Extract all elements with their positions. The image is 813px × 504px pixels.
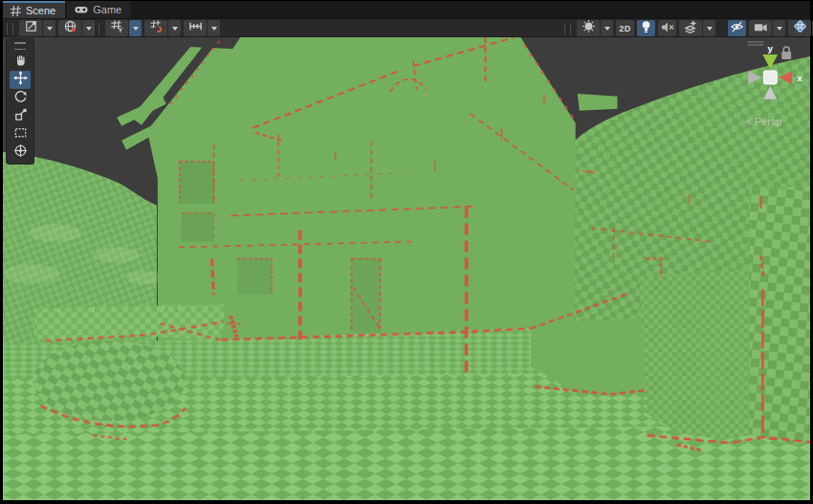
grid-snap-overlay: Y <box>93 20 220 36</box>
scene-toolbar: Y <box>3 18 810 37</box>
hand-tool-icon <box>13 53 28 71</box>
orientation-global-button[interactable] <box>58 20 81 36</box>
gizmos-sphere-icon <box>793 19 807 37</box>
svg-text:Y: Y <box>118 27 122 33</box>
tool-transform[interactable] <box>10 143 31 162</box>
gamepad-icon <box>75 5 88 14</box>
overlay-drag-handle[interactable] <box>7 23 13 34</box>
chevron-down-icon <box>604 27 610 31</box>
chevron-down-icon <box>777 27 782 31</box>
window <box>237 259 272 295</box>
chevron-down-icon <box>47 27 53 31</box>
move-tool-icon <box>13 71 28 89</box>
tab-scene[interactable]: Scene <box>3 1 65 18</box>
projection-mode-label[interactable]: < Persp <box>745 116 781 127</box>
2d-toggle[interactable]: 2D <box>616 20 634 36</box>
effects-button[interactable] <box>679 20 702 36</box>
tab-game[interactable]: Game <box>67 1 131 18</box>
overlay-drag-handle[interactable] <box>93 23 99 34</box>
2d-label: 2D <box>619 24 631 33</box>
gizmo-cube[interactable] <box>763 71 777 84</box>
pivot-dropdown[interactable] <box>43 20 55 36</box>
tab-scene-label: Scene <box>26 5 55 16</box>
draw-mode-dropdown[interactable] <box>601 20 613 36</box>
overlay-drag-handle[interactable] <box>14 42 26 50</box>
scene-grid-icon <box>11 6 21 16</box>
door <box>351 259 380 334</box>
chevron-down-icon <box>211 27 217 31</box>
chevron-down-icon <box>133 27 139 31</box>
draw-mode-icon <box>582 19 596 37</box>
chevron-down-icon <box>86 27 92 31</box>
mound <box>33 340 186 421</box>
gizmos-button[interactable] <box>788 20 811 36</box>
axis-y-label: y <box>768 43 774 54</box>
snap-size-button[interactable] <box>184 20 207 36</box>
tab-game-label: Game <box>93 4 121 15</box>
rect-tool-icon <box>13 125 28 143</box>
pivot-center-button[interactable] <box>19 20 42 36</box>
tool-hand[interactable] <box>10 53 31 71</box>
axis-x-label: x <box>797 73 802 83</box>
chevron-down-icon <box>707 27 713 31</box>
transform-tool-icon <box>13 143 28 162</box>
rock-near <box>749 186 810 445</box>
audio-toggle[interactable] <box>658 20 676 36</box>
snap-increment-button[interactable] <box>144 20 167 36</box>
scene-render: y x < Persp <box>3 37 810 500</box>
grid-axis-icon: Y <box>110 19 124 37</box>
grid-visibility-button[interactable]: Y <box>105 20 128 36</box>
window <box>182 213 214 242</box>
tab-bar: Scene Game <box>3 1 810 18</box>
audio-muted-icon <box>661 20 674 37</box>
camera-settings-dropdown[interactable] <box>773 20 785 36</box>
lighting-toggle[interactable] <box>637 20 655 36</box>
snap-size-icon <box>188 19 203 37</box>
globe-global-icon <box>63 19 77 37</box>
effects-icon <box>684 19 698 37</box>
pivot-center-icon <box>24 19 38 37</box>
tool-settings-overlay <box>7 20 95 36</box>
tool-rotate[interactable] <box>10 89 31 107</box>
snap-size-dropdown[interactable] <box>208 20 220 36</box>
scene-visibility-toggle[interactable] <box>728 20 746 36</box>
tool-scale[interactable] <box>10 107 31 125</box>
window <box>180 162 214 204</box>
rotate-tool-icon <box>13 89 28 107</box>
overlay-drag-handle[interactable] <box>564 23 571 34</box>
gable-overhang <box>578 94 618 111</box>
draw-mode-button[interactable] <box>577 20 600 36</box>
unity-editor-window: Scene Game <box>0 0 813 504</box>
effects-dropdown[interactable] <box>703 20 715 36</box>
tool-rect[interactable] <box>10 125 31 143</box>
snap-increment-icon <box>149 19 164 37</box>
light-bulb-icon <box>640 20 652 37</box>
scene-viewport[interactable]: y x < Persp <box>3 37 810 500</box>
chevron-down-icon <box>172 27 178 31</box>
tools-palette <box>6 38 34 164</box>
grid-axis-dropdown[interactable] <box>129 20 142 36</box>
tool-move[interactable] <box>10 71 31 89</box>
view-options-overlay: 2D <box>564 20 813 36</box>
camera-settings-button[interactable] <box>749 20 772 36</box>
eye-hidden-icon <box>730 20 744 37</box>
camera-settings-icon <box>754 20 768 37</box>
rock-far <box>639 270 755 440</box>
scale-tool-icon <box>13 107 28 125</box>
snap-increment-dropdown[interactable] <box>168 20 181 36</box>
